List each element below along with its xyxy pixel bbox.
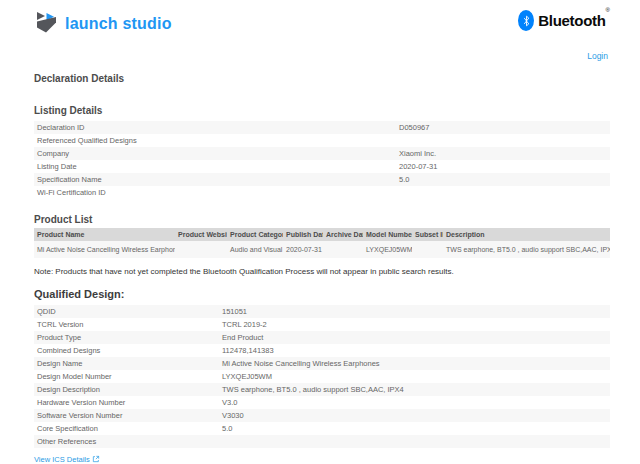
field-label: Wi-Fi Certification ID [34,186,399,199]
table-row: Software Version Number V3030 [34,409,610,422]
table-header-row: Product Name Product Website Product Cat… [34,228,610,241]
qualification-note: Note: Products that have not yet complet… [34,267,610,276]
model-number-cell: LYXQEJ05WM [363,241,412,258]
page-title: Declaration Details [34,73,610,84]
launch-studio-logo-text: launch studio [65,15,172,33]
field-label: Core Specification [34,422,222,435]
table-row: Referenced Qualified Designs [34,134,610,147]
product-category-cell: Audio and Visual [227,241,283,258]
listing-details-section: Listing Details Declaration ID D050967 R… [34,105,610,199]
field-label: Referenced Qualified Designs [34,134,399,147]
qualified-design-heading: Qualified Design: [34,288,610,300]
product-name-cell: Mi Active Noise Cancelling Wireless Earp… [34,241,175,258]
table-row: Company Xiaomi Inc. [34,147,610,160]
archive-date-cell [323,241,363,258]
column-header: Product Category [227,228,283,241]
field-label: Other References [34,435,222,448]
field-label: Design Description [34,383,222,396]
table-row: Design Name Mi Active Noise Cancelling W… [34,357,610,370]
qualified-design-section: Qualified Design: QDID 151051 TCRL Versi… [34,288,610,464]
table-row: TCRL Version TCRL 2019-2 [34,318,610,331]
listing-details-heading: Listing Details [34,105,610,116]
qualified-design-table: QDID 151051 TCRL Version TCRL 2019-2 Pro… [34,305,610,448]
field-value: End Product [222,331,610,344]
column-header: Archive Date [323,228,363,241]
field-value: 5.0 [222,422,610,435]
header: launch studio Bluetooth® [0,0,640,39]
table-row: Product Type End Product [34,331,610,344]
description-cell: TWS earphone, BT5.0 , audio support SBC,… [443,241,610,258]
external-link-icon [92,455,100,464]
launch-studio-logo[interactable]: launch studio [34,8,172,39]
table-row: Declaration ID D050967 [34,121,610,134]
table-row: Core Specification 5.0 [34,422,610,435]
launch-studio-logo-icon [34,8,60,39]
column-header: Subset ID [412,228,443,241]
field-value [222,435,610,448]
field-value: TWS earphone, BT5.0 , audio support SBC,… [222,383,610,396]
login-row: Login [0,45,640,63]
product-list-section: Product List Product Name Product Websit… [34,214,610,276]
product-list-heading: Product List [34,214,610,225]
field-label: Company [34,147,399,160]
listing-details-table: Declaration ID D050967 Referenced Qualif… [34,121,610,199]
field-label: Declaration ID [34,121,399,134]
field-label: Design Name [34,357,222,370]
field-value [399,186,610,199]
field-value: D050967 [399,121,610,134]
field-label: Design Model Number [34,370,222,383]
field-label: Listing Date [34,160,399,173]
main-content: Declaration Details Listing Details Decl… [0,73,640,464]
column-header: Product Name [34,228,175,241]
publish-date-cell: 2020-07-31 [283,241,323,258]
field-value: TCRL 2019-2 [222,318,610,331]
column-header: Publish Date [283,228,323,241]
field-value: 112478,141383 [222,344,610,357]
field-label: Specification Name [34,173,399,186]
bluetooth-rune-icon [518,10,534,31]
view-ics-details-link[interactable]: View ICS Details [34,455,100,464]
table-row: Other References [34,435,610,448]
bluetooth-wordmark: Bluetooth® [538,12,610,30]
field-value: Mi Active Noise Cancelling Wireless Earp… [222,357,610,370]
field-label: QDID [34,305,222,318]
field-label: TCRL Version [34,318,222,331]
table-row: Mi Active Noise Cancelling Wireless Earp… [34,241,610,258]
subset-id-cell [412,241,443,258]
declaration-details-page: launch studio Bluetooth® Login Declarati… [0,0,640,464]
table-row: Design Model Number LYXQEJ05WM [34,370,610,383]
product-website-cell [175,241,227,258]
field-value: Xiaomi Inc. [399,147,610,160]
table-row: Specification Name 5.0 [34,173,610,186]
table-row: Wi-Fi Certification ID [34,186,610,199]
table-row: Design Description TWS earphone, BT5.0 ,… [34,383,610,396]
field-value: LYXQEJ05WM [222,370,610,383]
column-header: Model Number [363,228,412,241]
product-list-table: Product Name Product Website Product Cat… [34,228,610,258]
field-value [399,134,610,147]
field-value: V3030 [222,409,610,422]
login-link[interactable]: Login [587,51,608,61]
table-row: QDID 151051 [34,305,610,318]
view-ics-details-label: View ICS Details [34,455,90,464]
field-label: Combined Designs [34,344,222,357]
bluetooth-logo: Bluetooth® [518,10,610,31]
field-label: Hardware Version Number [34,396,222,409]
column-header: Description [443,228,610,241]
field-label: Product Type [34,331,222,344]
table-row: Hardware Version Number V3.0 [34,396,610,409]
table-row: Listing Date 2020-07-31 [34,160,610,173]
field-value: V3.0 [222,396,610,409]
field-label: Software Version Number [34,409,222,422]
field-value: 5.0 [399,173,610,186]
field-value: 2020-07-31 [399,160,610,173]
field-value: 151051 [222,305,610,318]
column-header: Product Website [175,228,227,241]
registered-mark: ® [606,7,610,13]
table-row: Combined Designs 112478,141383 [34,344,610,357]
